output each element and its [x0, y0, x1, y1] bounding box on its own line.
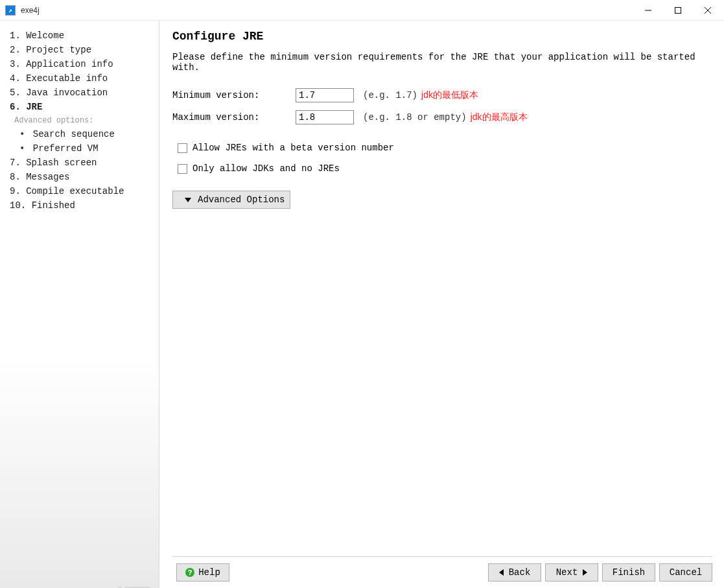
arrow-left-icon [499, 569, 504, 576]
finish-button-label: Finish [613, 567, 645, 578]
maximum-version-hint: (e.g. 1.8 or empty) [363, 112, 467, 123]
minimum-version-hint: (e.g. 1.7) [363, 90, 417, 100]
close-icon [705, 7, 711, 14]
window-title: exe4j [21, 6, 40, 15]
back-button[interactable]: Back [488, 563, 541, 582]
arrow-right-icon [583, 569, 587, 576]
allow-beta-checkbox[interactable] [178, 143, 187, 153]
triangle-down-icon [185, 198, 191, 202]
step-messages[interactable]: 8. Messages [0, 170, 159, 184]
help-icon: ? [185, 568, 194, 577]
step-executable-info[interactable]: 4. Executable info [0, 71, 159, 86]
advanced-options-button[interactable]: Advanced Options [172, 191, 290, 209]
minimum-version-label: Minimum version: [172, 90, 296, 100]
page-title: Configure JRE [172, 30, 712, 43]
only-jdk-label: Only allow JDKs and no JREs [193, 163, 340, 174]
step-compile-executable[interactable]: 9. Compile executable [0, 184, 159, 198]
main-panel: Configure JRE Please define the minimum … [159, 21, 724, 588]
allow-beta-label: Allow JREs with a beta version number [193, 143, 394, 153]
minimize-icon [645, 7, 651, 14]
step-java-invocation[interactable]: 5. Java invocation [0, 86, 159, 100]
step-project-type[interactable]: 2. Project type [0, 43, 159, 57]
only-jdk-checkbox[interactable] [178, 164, 187, 174]
page-description: Please define the minimum version requir… [172, 52, 712, 73]
substep-search-sequence[interactable]: Search sequence [0, 127, 159, 141]
app-icon: ↗ [5, 5, 16, 16]
cancel-button-label: Cancel [670, 567, 702, 578]
help-button[interactable]: ? Help [176, 563, 229, 582]
help-button-label: Help [198, 567, 220, 578]
maximum-version-row: Maximum version: (e.g. 1.8 or empty) jdk… [172, 110, 712, 124]
step-application-info[interactable]: 3. Application info [0, 57, 159, 71]
wizard-footer: ? Help Back Next Finish Cancel [172, 556, 712, 582]
step-jre[interactable]: 6. JRE [0, 100, 159, 114]
titlebar: ↗ exe4j [0, 0, 724, 21]
step-splash-screen[interactable]: 7. Splash screen [0, 156, 159, 170]
wizard-step-sidebar: 1. Welcome 2. Project type 3. Applicatio… [0, 21, 159, 588]
substep-preferred-vm[interactable]: Preferred VM [0, 141, 159, 156]
next-button-label: Next [556, 567, 578, 578]
close-button[interactable] [693, 1, 723, 20]
step-welcome[interactable]: 1. Welcome [0, 29, 159, 43]
finish-button[interactable]: Finish [602, 563, 655, 582]
advanced-options-header: Advanced options: [0, 114, 159, 127]
maximum-version-label: Maximum version: [172, 112, 296, 123]
maximize-icon [675, 7, 681, 14]
allow-beta-row: Allow JREs with a beta version number [172, 143, 712, 153]
minimum-version-input[interactable] [296, 88, 354, 102]
minimum-version-annotation: jdk的最低版本 [421, 89, 478, 101]
next-button[interactable]: Next [545, 563, 598, 582]
minimize-button[interactable] [633, 1, 663, 20]
only-jdk-row: Only allow JDKs and no JREs [172, 163, 712, 174]
step-finished[interactable]: 10. Finished [0, 198, 159, 213]
advanced-options-button-label: Advanced Options [198, 194, 285, 205]
minimum-version-row: Minimum version: (e.g. 1.7) jdk的最低版本 [172, 88, 712, 102]
back-button-label: Back [509, 567, 531, 578]
maximize-button[interactable] [663, 1, 693, 20]
svg-rect-1 [675, 7, 681, 13]
maximum-version-annotation: jdk的最高版本 [471, 112, 528, 123]
maximum-version-input[interactable] [296, 110, 354, 124]
watermark-text: exe4j [110, 583, 152, 588]
cancel-button[interactable]: Cancel [659, 563, 712, 582]
